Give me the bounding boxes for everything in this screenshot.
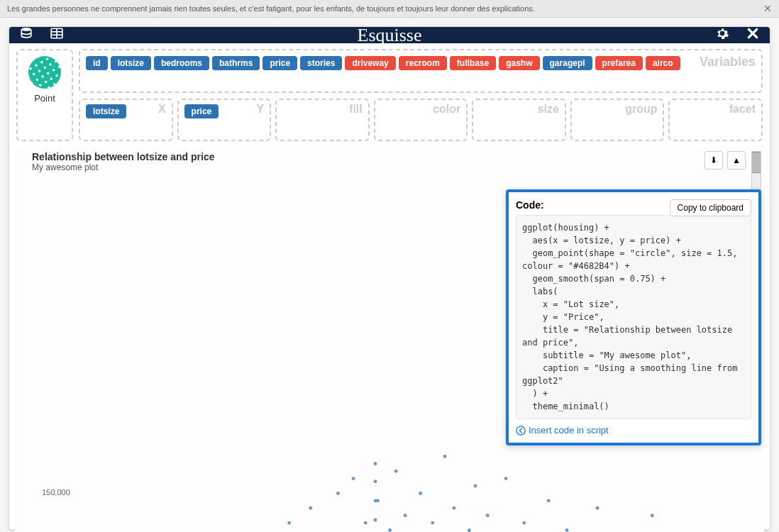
chip-price[interactable]: price — [184, 104, 219, 118]
svg-point-199 — [522, 521, 526, 525]
svg-point-164 — [419, 492, 422, 495]
svg-point-152 — [394, 470, 398, 473]
variables-pool[interactable]: Variables idlotsizebedroomsbathrmsprices… — [79, 49, 763, 93]
collapse-up-icon[interactable]: ▲ — [727, 151, 746, 170]
svg-point-208 — [565, 528, 569, 532]
svg-point-178 — [452, 506, 455, 510]
chip-driveway[interactable]: driveway — [345, 56, 395, 70]
svg-point-217 — [651, 514, 654, 517]
app-window: Esquisse Point Variables idlotsizebedroo… — [9, 26, 770, 530]
svg-point-0 — [21, 28, 31, 31]
close-icon[interactable] — [746, 27, 759, 43]
resize-thumb[interactable] — [752, 152, 761, 173]
slot-label-fill: fill — [349, 103, 363, 116]
svg-point-136 — [364, 521, 368, 525]
chip-fullbase[interactable]: fullbase — [450, 56, 496, 70]
top-bar: Esquisse — [9, 27, 770, 43]
app-title: Esquisse — [358, 25, 422, 46]
aes-slot-y[interactable]: Yprice — [177, 99, 272, 141]
chip-stories[interactable]: stories — [300, 56, 342, 70]
point-geom-icon — [28, 56, 61, 89]
svg-point-228 — [373, 480, 377, 483]
svg-point-229 — [373, 462, 377, 465]
aes-slot-fill[interactable]: fill — [275, 99, 370, 141]
variable-area: Point Variables idlotsizebedroomsbathrms… — [9, 43, 770, 147]
svg-point-170 — [431, 521, 434, 525]
chip-garagepl[interactable]: garagepl — [543, 56, 592, 70]
chip-bedrooms[interactable]: bedrooms — [154, 56, 209, 70]
download-icon[interactable]: ⬇ — [705, 151, 723, 170]
aes-slot-facet[interactable]: facet — [668, 99, 763, 141]
copy-to-clipboard-button[interactable]: Copy to clipboard — [670, 199, 751, 216]
svg-point-187 — [474, 484, 477, 488]
close-icon[interactable]: ✕ — [763, 3, 772, 14]
insert-code-link[interactable]: Insert code in script — [516, 425, 751, 436]
info-banner: Les grandes personnes ne comprennent jam… — [0, 0, 779, 18]
slot-label-y: Y — [256, 103, 264, 116]
aes-slot-size[interactable]: size — [472, 99, 566, 141]
aes-slot-x[interactable]: Xlotsize — [79, 99, 173, 141]
chip-gashw[interactable]: gashw — [499, 56, 539, 70]
slot-label-facet: facet — [729, 103, 756, 116]
svg-point-110 — [309, 506, 312, 510]
slot-label-size: size — [538, 103, 559, 116]
svg-point-191 — [486, 514, 490, 517]
geom-selector[interactable]: Point — [16, 49, 73, 141]
svg-point-226 — [373, 518, 377, 521]
svg-point-131 — [352, 477, 355, 480]
svg-point-212 — [596, 506, 600, 510]
aes-slot-color[interactable]: color — [374, 99, 468, 141]
geom-label: Point — [34, 93, 55, 104]
svg-point-156 — [404, 514, 407, 517]
chip-airco[interactable]: airco — [646, 56, 680, 70]
aes-slot-group[interactable]: group — [570, 99, 665, 141]
database-icon[interactable] — [20, 27, 33, 43]
svg-point-205 — [547, 499, 551, 502]
plot-area: Relationship between lotsize and price M… — [15, 147, 764, 532]
plot-subtitle: My awesome plot — [32, 162, 705, 172]
svg-point-148 — [388, 528, 392, 532]
chip-price[interactable]: price — [263, 56, 297, 70]
chip-id[interactable]: id — [86, 56, 108, 70]
y-tick: 150,000 — [42, 488, 70, 497]
svg-point-227 — [373, 499, 377, 502]
banner-text: Les grandes personnes ne comprennent jam… — [7, 4, 535, 13]
table-icon[interactable] — [50, 27, 63, 43]
svg-point-99 — [287, 521, 291, 525]
slot-label-x: X — [158, 103, 166, 116]
code-block: ggplot(housing) + aes(x = lotsize, y = p… — [516, 215, 751, 419]
svg-point-184 — [468, 528, 471, 532]
chip-bathrms[interactable]: bathrms — [212, 56, 260, 70]
chip-recroom[interactable]: recroom — [399, 56, 447, 70]
chip-lotsize[interactable]: lotsize — [111, 56, 151, 70]
slot-label-color: color — [433, 103, 460, 116]
svg-point-230 — [516, 426, 525, 434]
svg-point-196 — [504, 477, 508, 480]
slot-label-group: group — [625, 103, 657, 116]
code-popup: Copy to clipboard Code: ggplot(housing) … — [506, 189, 761, 445]
chip-prefarea[interactable]: prefarea — [595, 56, 643, 70]
svg-point-123 — [336, 492, 340, 495]
variables-label: Variables — [700, 55, 756, 70]
chip-lotsize[interactable]: lotsize — [86, 104, 126, 118]
svg-point-175 — [443, 455, 447, 458]
gear-icon[interactable] — [716, 27, 729, 43]
plot-title: Relationship between lotsize and price — [32, 151, 705, 162]
